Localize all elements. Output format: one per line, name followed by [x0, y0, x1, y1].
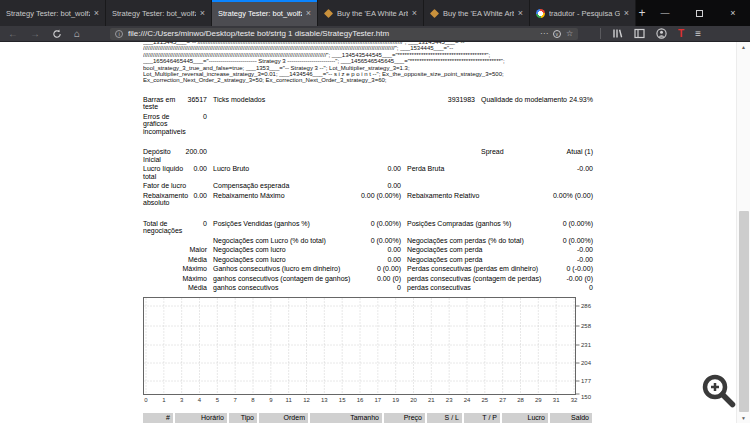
translator-extension-icon[interactable]: T [678, 29, 684, 39]
x-tick-label: 29 [535, 396, 542, 402]
orders-header-cell: Tamanho [310, 413, 382, 423]
mql5-favicon-icon [324, 8, 333, 17]
x-tick-label: 8 [251, 396, 255, 402]
stats-value [531, 182, 593, 190]
stats-label [143, 256, 188, 264]
stats-value: -0.00 [531, 256, 593, 264]
stats-row: Máximoganhos consecutivos (contagem de g… [143, 275, 593, 283]
stats-label [401, 113, 531, 136]
x-tick-label: 15 [339, 396, 346, 402]
stats-value: 0 (0.00%) [531, 237, 593, 245]
stats-label: Ganhos consecutivos (lucro em dinheiro) [207, 265, 337, 273]
account-icon[interactable] [656, 28, 667, 39]
stats-row: Negociações com Lucro (% do total)0 (0.0… [143, 237, 593, 245]
stats-value: Atual (1) [535, 148, 593, 163]
stats-row: MédiaNegociações com lucro0.00Negociaçõe… [143, 256, 593, 264]
stats-value: -0.00 [531, 246, 593, 254]
x-tick-label: 5 [216, 396, 220, 402]
stats-value: 0.00 [337, 246, 401, 254]
orders-header-cell: Horário [175, 413, 227, 423]
stats-label: Rebaixamento Relativo [401, 192, 531, 207]
stats-label: Total de negociações [143, 220, 188, 235]
maximize-icon [696, 10, 703, 17]
home-icon[interactable]: ⌂ [74, 29, 80, 39]
stats-label: Qualidade do modelamento [475, 96, 535, 111]
stats-label: Negociações com lucro [207, 256, 337, 264]
stats-value: 36517 [188, 96, 207, 111]
tab-strategy-tester-3-active[interactable]: Strategy Tester: bot_wolfzeac × [212, 0, 318, 26]
scrollbar-thumb[interactable] [739, 211, 749, 412]
tab-close-icon[interactable]: × [94, 8, 99, 18]
vertical-scrollbar[interactable]: ▲ ▼ [736, 42, 750, 423]
site-info-icon[interactable]: i [115, 30, 123, 38]
stats-value [337, 113, 401, 136]
scroll-up-icon[interactable]: ▲ [737, 42, 750, 52]
toolbar-separator [600, 28, 601, 39]
pocket-icon[interactable]: ∨ [553, 30, 561, 38]
expert-parameters-block: ___1315445___="-- //////////////////////… [143, 42, 593, 84]
reload-icon[interactable] [52, 29, 62, 39]
stats-row: Barras em teste36517Ticks modelados39319… [143, 96, 593, 111]
page-content: ___1315445___="-- //////////////////////… [0, 42, 750, 423]
tab-strategy-tester-2[interactable]: Strategy Tester: bot_wolfzeac × [106, 0, 212, 26]
tab-title: Strategy Tester: bot_wolfzeac [218, 9, 302, 18]
stats-row: Lucro líquido total0.00Lucro Bruto0.00Pe… [143, 165, 593, 180]
stats-label [143, 284, 188, 292]
library-icon[interactable] [612, 28, 623, 39]
menu-icon[interactable]: ≡ [695, 29, 701, 39]
stats-value: 0 (0.00%) [337, 237, 401, 245]
toolbar-right-icons: T ≡ [600, 28, 701, 39]
stats-label: Depósito Inicial [143, 148, 188, 163]
stats-value: 0.00 [337, 182, 401, 190]
forward-icon[interactable]: → [30, 29, 40, 39]
x-tick-label: 3 [180, 396, 184, 402]
back-icon[interactable]: ← [8, 29, 18, 39]
maximize-button[interactable] [682, 0, 716, 26]
tab-tradutor-google[interactable]: tradutor - Pesquisa Goo × [530, 0, 636, 26]
y-tick-label: 177 [581, 378, 592, 384]
tab-buy-ea-white-1[interactable]: Buy the 'EA White Arbitr × [318, 0, 424, 26]
y-tick-label: 286 [581, 303, 592, 309]
orders-header-cell: Ordem [259, 413, 308, 423]
x-tick-label: 0 [144, 396, 148, 402]
tab-title: Buy the 'EA White Arbitr [443, 9, 514, 18]
tab-close-icon[interactable]: × [306, 8, 311, 18]
stats-value [188, 182, 207, 190]
x-tick-label: 27 [499, 396, 506, 402]
page-actions-icon[interactable]: ⋯ [540, 30, 548, 38]
stats-row: MáximoGanhos consecutivos (lucro em dinh… [143, 265, 593, 273]
close-button[interactable]: × [716, 0, 750, 26]
address-bar[interactable]: i file:///C:/Users/minwo/Desktop/teste b… [110, 28, 578, 40]
tab-strategy-tester-1[interactable]: Strategy Tester: bot_wolfzeac × [0, 0, 106, 26]
tab-close-icon[interactable]: × [412, 8, 417, 18]
scroll-down-icon[interactable]: ▼ [737, 413, 750, 423]
orders-header-cell: Saldo [550, 413, 592, 423]
tab-title: tradutor - Pesquisa Goo [549, 9, 620, 18]
tab-close-icon[interactable]: × [200, 8, 205, 18]
tab-buy-ea-white-2[interactable]: Buy the 'EA White Arbitr × [424, 0, 530, 26]
url-text[interactable]: file:///C:/Users/minwo/Desktop/teste bot… [128, 29, 535, 38]
y-tick-label: 204 [581, 360, 592, 366]
x-tick-label: 7 [233, 396, 237, 402]
tab-close-icon[interactable]: × [518, 8, 523, 18]
x-tick-label: 19 [392, 396, 399, 402]
stats-label: Lucro líquido total [143, 165, 188, 180]
new-tab-button[interactable]: + [636, 0, 648, 26]
zoom-cursor-icon [700, 372, 736, 410]
stats-label [143, 246, 188, 254]
x-tick-label: 24 [464, 396, 471, 402]
stats-value [337, 148, 475, 163]
minimize-button[interactable]: — [648, 0, 682, 26]
bookmark-star-icon[interactable]: ☆ [566, 30, 573, 38]
stats-value [531, 113, 593, 136]
strategy-tester-report: ___1315445___="-- //////////////////////… [0, 42, 736, 423]
stats-label: Negociações com lucro [207, 246, 337, 254]
stats-label: Perda Bruta [401, 165, 531, 180]
stats-label: Rebaixamento Máximo [207, 192, 337, 207]
sidebar-icon[interactable] [634, 28, 645, 39]
stats-label: Fator de lucro [143, 182, 188, 190]
y-tick-label: 231 [581, 342, 592, 348]
stats-value: 3931983 [337, 96, 475, 111]
tab-close-icon[interactable]: × [624, 8, 629, 18]
stats-label: Compensação esperada [207, 182, 337, 190]
